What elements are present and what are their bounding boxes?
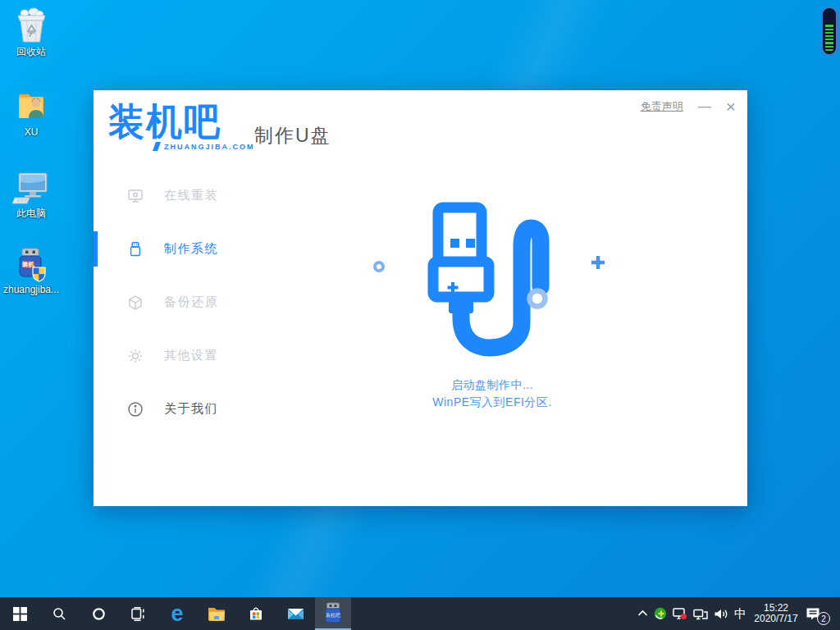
taskbar: e xyxy=(0,597,840,630)
sidebar-item-label: 在线重装 xyxy=(164,188,218,203)
decor-donut-left xyxy=(375,262,383,271)
gear-icon xyxy=(127,348,144,364)
usb-body xyxy=(433,262,489,297)
desktop-icon-label: 此电脑 xyxy=(2,208,61,219)
antivirus-shield-icon xyxy=(654,607,667,620)
usb-contact-right xyxy=(466,239,475,248)
file-explorer-button[interactable] xyxy=(197,597,236,630)
tray-display-notification[interactable] xyxy=(673,607,687,620)
tray-chevron-up[interactable] xyxy=(637,609,648,619)
sidebar-item-make-system[interactable]: 制作系统 xyxy=(94,222,307,276)
zhuangjiba-taskbar-icon-label: 装机吧 xyxy=(323,613,343,619)
speaker-icon xyxy=(714,608,728,620)
desktop-icon-label: 回收站 xyxy=(2,46,61,57)
status-line-2: WinPE写入到EFI分区. xyxy=(361,394,623,411)
sidebar-item-online-reinstall[interactable]: 在线重装 xyxy=(94,169,307,222)
desktop-icon-zhuangjiba-app[interactable]: 装机 zhuangjiba... xyxy=(2,246,61,295)
search-icon xyxy=(52,607,66,621)
usb-drive-icon xyxy=(127,241,144,258)
status-line-1: 启动盘制作中... xyxy=(361,377,623,394)
decor-plus-right xyxy=(591,256,605,269)
cortana-ring-icon xyxy=(92,607,106,621)
sidebar-item-label: 关于我们 xyxy=(164,401,218,417)
desktop-icon-user-folder[interactable]: XU xyxy=(2,89,61,138)
this-pc-icon xyxy=(11,168,51,206)
status-message: 启动盘制作中... WinPE写入到EFI分区. xyxy=(361,377,623,411)
app-logo-domain: ZHUANGJIBA.COM xyxy=(164,143,255,151)
file-explorer-icon xyxy=(208,606,226,621)
usb-creation-illustration xyxy=(361,195,623,368)
taskbar-app-zhuangjiba[interactable]: 装机吧 xyxy=(315,597,351,630)
logo-triangle-mark xyxy=(153,142,161,151)
microsoft-store-button[interactable] xyxy=(236,597,276,630)
sidebar-item-label: 备份还原 xyxy=(164,294,218,310)
app-logo: 装机吧 ZHUANGJIBA.COM xyxy=(108,102,255,151)
system-tray: 中 15:22 2020/7/17 2 xyxy=(637,597,840,630)
notification-count-badge: 2 xyxy=(817,612,830,625)
tray-date: 2020/7/17 xyxy=(754,613,797,624)
tray-volume[interactable] xyxy=(714,608,728,620)
usb-contact-left xyxy=(450,239,459,248)
zhuangjiba-app-window: 装机吧 ZHUANGJIBA.COM 制作U盘 免责声明 — × 在线重装 xyxy=(94,90,747,506)
desktop-icon-label: XU xyxy=(2,126,61,138)
disclaimer-link[interactable]: 免责声明 xyxy=(641,99,683,114)
volume-osd-indicator xyxy=(821,7,838,56)
tray-network[interactable] xyxy=(693,608,708,620)
recycle-bin-icon xyxy=(12,7,50,44)
sidebar-item-label: 制作系统 xyxy=(164,241,218,257)
window-controls: 免责声明 — × xyxy=(641,98,736,115)
tray-input-indicator[interactable]: 中 xyxy=(734,606,746,622)
sidebar-item-about-us[interactable]: 关于我们 xyxy=(94,382,307,436)
volume-osd-level xyxy=(825,23,833,51)
cortana-button[interactable] xyxy=(79,597,118,630)
task-view-icon xyxy=(130,607,145,621)
tray-antivirus[interactable] xyxy=(654,607,667,620)
desktop-icon-recycle-bin[interactable]: 回收站 xyxy=(2,7,61,57)
monitor-reinstall-icon xyxy=(127,188,144,204)
app-logo-text: 装机吧 xyxy=(108,101,255,142)
task-view-button[interactable] xyxy=(118,597,158,630)
mail-icon xyxy=(287,607,304,621)
minimize-button[interactable]: — xyxy=(698,98,711,115)
app-logo-subtext: ZHUANGJIBA.COM xyxy=(108,142,255,151)
store-icon xyxy=(248,605,264,622)
backup-box-icon xyxy=(127,294,144,311)
zhuangjiba-taskbar-icon: 装机吧 xyxy=(323,602,343,623)
windows-logo-icon xyxy=(13,607,27,621)
info-icon xyxy=(127,401,144,418)
close-button[interactable]: × xyxy=(726,98,736,115)
tray-time: 15:22 xyxy=(764,602,788,614)
user-folder-icon xyxy=(12,89,50,125)
start-button[interactable] xyxy=(0,597,39,630)
sidebar-item-backup-restore[interactable]: 备份还原 xyxy=(94,276,307,329)
cable-end-ring xyxy=(530,291,546,307)
desktop-icon-label: zhuangjiba... xyxy=(2,284,61,295)
page-title: 制作U盘 xyxy=(254,123,331,148)
sidebar-item-other-settings[interactable]: 其他设置 xyxy=(94,329,307,382)
sidebar-item-label: 其他设置 xyxy=(164,348,218,363)
action-center-button[interactable]: 2 xyxy=(806,607,829,620)
desktop-icon-this-pc[interactable]: 此电脑 xyxy=(2,168,61,219)
sidebar: 在线重装 制作系统 备份还原 xyxy=(94,169,307,436)
taskbar-search-button[interactable] xyxy=(39,597,79,630)
mail-button[interactable] xyxy=(276,597,315,630)
edge-icon: e xyxy=(171,603,183,625)
zhuangjiba-usb-icon: 装机 xyxy=(12,246,50,282)
display-icon xyxy=(673,607,687,620)
tray-clock[interactable]: 15:22 2020/7/17 xyxy=(752,603,800,624)
edge-browser-button[interactable]: e xyxy=(158,597,197,630)
ethernet-network-icon xyxy=(693,608,708,620)
chevron-up-icon xyxy=(637,609,648,619)
